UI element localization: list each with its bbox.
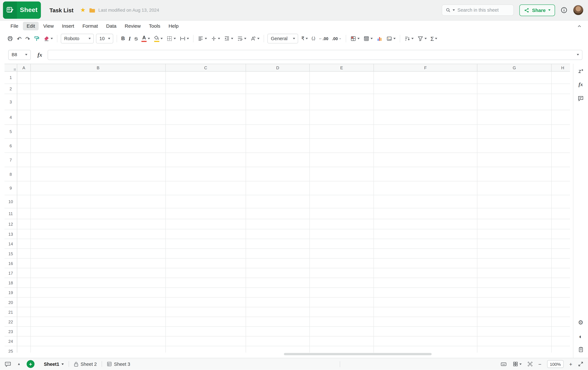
grid-cell[interactable] bbox=[477, 346, 552, 352]
column-header[interactable]: B bbox=[31, 64, 166, 72]
grid-cell[interactable] bbox=[31, 288, 166, 298]
grid-cell[interactable] bbox=[552, 258, 570, 268]
favorite-star-icon[interactable]: ★ bbox=[80, 7, 85, 13]
grid-cell[interactable] bbox=[310, 239, 374, 249]
grid-cell[interactable] bbox=[552, 110, 570, 125]
grid-cell[interactable] bbox=[246, 317, 310, 327]
view-mode-button[interactable] bbox=[513, 360, 522, 368]
grid-cell[interactable] bbox=[17, 327, 31, 337]
document-title[interactable]: Task List bbox=[50, 7, 74, 13]
row-header[interactable]: 15 bbox=[5, 249, 17, 258]
grid-cell[interactable] bbox=[552, 72, 570, 84]
grid-cell[interactable] bbox=[552, 278, 570, 288]
grid-cell[interactable] bbox=[31, 258, 166, 268]
grid-cell[interactable] bbox=[477, 139, 552, 153]
borders-button[interactable] bbox=[165, 33, 178, 44]
grid-cell[interactable] bbox=[166, 181, 246, 195]
theme-toggle-button[interactable]: ◐ bbox=[579, 332, 582, 340]
sheet-list-button[interactable]: ▲ bbox=[17, 360, 21, 368]
grid-cell[interactable] bbox=[552, 288, 570, 298]
column-header[interactable]: A bbox=[17, 64, 31, 72]
grid-cell[interactable] bbox=[310, 337, 374, 346]
menu-review[interactable]: Review bbox=[121, 22, 145, 30]
grid-cell[interactable] bbox=[552, 125, 570, 139]
grid-cell[interactable] bbox=[477, 268, 552, 278]
discuss-button[interactable] bbox=[5, 360, 11, 368]
row-header[interactable]: 24 bbox=[5, 337, 17, 346]
grid-cell[interactable] bbox=[31, 153, 166, 167]
grid-cell[interactable] bbox=[166, 139, 246, 153]
grid-cell[interactable] bbox=[477, 249, 552, 258]
row-header[interactable]: 5 bbox=[5, 125, 17, 139]
grid-cell[interactable] bbox=[374, 110, 477, 125]
grid-cell[interactable] bbox=[31, 94, 166, 110]
sheet-tab-3[interactable]: Sheet 3 bbox=[102, 358, 135, 370]
folder-icon[interactable] bbox=[89, 7, 95, 13]
grid-cell[interactable] bbox=[246, 219, 310, 229]
grid-cell[interactable] bbox=[17, 229, 31, 239]
sort-button[interactable] bbox=[402, 33, 416, 44]
grid-cell[interactable] bbox=[552, 298, 570, 307]
grid-cell[interactable] bbox=[477, 110, 552, 125]
grid-cell[interactable] bbox=[552, 317, 570, 327]
grid-cell[interactable] bbox=[31, 337, 166, 346]
grid-cell[interactable] bbox=[374, 195, 477, 208]
grid-cell[interactable] bbox=[246, 181, 310, 195]
grid-cell[interactable] bbox=[374, 219, 477, 229]
grid-cell[interactable] bbox=[246, 278, 310, 288]
grid-cell[interactable] bbox=[477, 229, 552, 239]
grid-cell[interactable] bbox=[374, 125, 477, 139]
grid-cell[interactable] bbox=[310, 229, 374, 239]
grid-cell[interactable] bbox=[374, 72, 477, 84]
grid-cell[interactable] bbox=[246, 249, 310, 258]
grid-cell[interactable] bbox=[246, 288, 310, 298]
grid-cell[interactable] bbox=[246, 298, 310, 307]
grid-cell[interactable] bbox=[310, 307, 374, 317]
grid-cell[interactable] bbox=[17, 208, 31, 219]
grid-cell[interactable] bbox=[552, 139, 570, 153]
filter-button[interactable] bbox=[416, 33, 429, 44]
grid-cell[interactable] bbox=[310, 327, 374, 337]
grid-cell[interactable] bbox=[477, 84, 552, 94]
add-sheet-button[interactable]: + bbox=[27, 360, 34, 368]
grid-cell[interactable] bbox=[17, 258, 31, 268]
grid-cell[interactable] bbox=[166, 110, 246, 125]
grid-cell[interactable] bbox=[166, 153, 246, 167]
column-header[interactable]: F bbox=[374, 64, 477, 72]
grid-cell[interactable] bbox=[17, 307, 31, 317]
undo-button[interactable]: ↶ bbox=[15, 33, 23, 44]
grid-cell[interactable] bbox=[310, 268, 374, 278]
fullscreen-button[interactable] bbox=[578, 360, 584, 368]
grid-cell[interactable] bbox=[374, 94, 477, 110]
row-header[interactable]: 21 bbox=[5, 307, 17, 317]
grid-cell[interactable] bbox=[477, 239, 552, 249]
grid-cell[interactable] bbox=[552, 268, 570, 278]
collapse-toolbar-icon[interactable] bbox=[577, 23, 582, 29]
column-header[interactable]: H bbox=[552, 64, 570, 72]
zoom-out-button[interactable]: − bbox=[538, 360, 542, 368]
grid-cell[interactable] bbox=[374, 229, 477, 239]
grid-cell[interactable] bbox=[477, 181, 552, 195]
grid-cell[interactable] bbox=[310, 181, 374, 195]
cell-name-box[interactable]: B8 bbox=[8, 50, 31, 60]
grid-cell[interactable] bbox=[374, 249, 477, 258]
grid-cell[interactable] bbox=[552, 195, 570, 208]
grid-cell[interactable] bbox=[166, 317, 246, 327]
zoom-in-button[interactable]: + bbox=[569, 360, 572, 368]
grid-cell[interactable] bbox=[310, 219, 374, 229]
grid-cell[interactable] bbox=[17, 72, 31, 84]
grid-cell[interactable] bbox=[166, 337, 246, 346]
grid-cell[interactable] bbox=[31, 219, 166, 229]
row-header[interactable]: 10 bbox=[5, 195, 17, 208]
format-painter-button[interactable] bbox=[32, 33, 42, 44]
grid-cell[interactable] bbox=[246, 268, 310, 278]
grid-cell[interactable] bbox=[17, 219, 31, 229]
grid-cell[interactable] bbox=[166, 288, 246, 298]
row-header[interactable]: 18 bbox=[5, 278, 17, 288]
grid-cell[interactable] bbox=[31, 72, 166, 84]
column-header[interactable]: D bbox=[246, 64, 310, 72]
column-header[interactable]: G bbox=[477, 64, 552, 72]
grid-cell[interactable] bbox=[552, 249, 570, 258]
grid-cell[interactable] bbox=[166, 298, 246, 307]
grid-cell[interactable] bbox=[166, 208, 246, 219]
